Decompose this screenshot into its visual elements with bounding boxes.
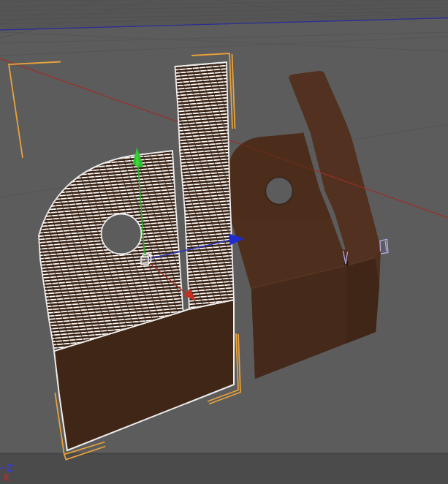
svg-text:X: X — [2, 472, 10, 483]
